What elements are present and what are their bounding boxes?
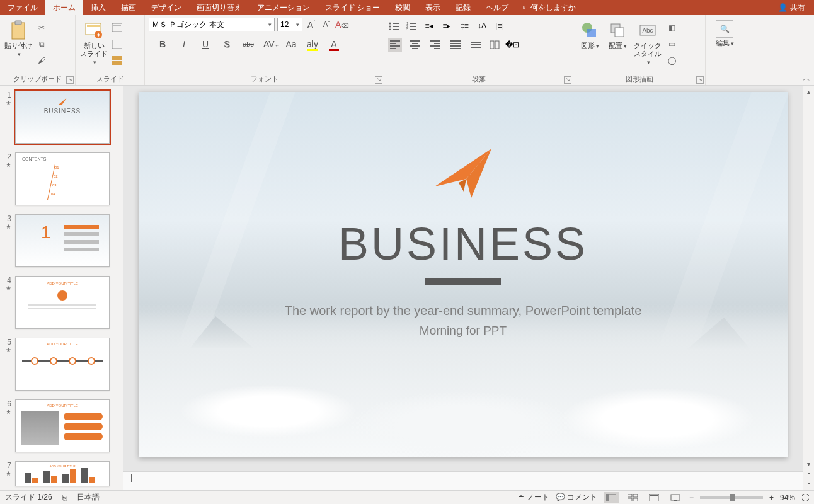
slide-title[interactable]: BUSINESS xyxy=(139,218,788,270)
copy-button[interactable]: ⧉ xyxy=(35,38,48,50)
thumbnail-2[interactable]: 2★ CONTENTS 01 02 03 04 xyxy=(3,152,118,205)
tab-slideshow[interactable]: スライド ショー xyxy=(318,0,387,15)
drawing-dialog-launcher[interactable]: ↘ xyxy=(696,76,704,84)
thumbnail-3[interactable]: 3★ 1 xyxy=(3,214,118,267)
editing-button[interactable]: 🔍 編集 xyxy=(712,18,737,47)
thumb-number: 3 xyxy=(3,214,11,223)
layout-button[interactable] xyxy=(111,21,123,34)
decrease-indent-button[interactable]: ≡◂ xyxy=(423,20,435,32)
zoom-out-button[interactable]: − xyxy=(689,493,694,502)
numbering-button[interactable]: 123 xyxy=(406,20,417,32)
tab-file[interactable]: ファイル xyxy=(0,0,45,15)
underline-button[interactable]: U xyxy=(199,39,212,49)
reset-button[interactable] xyxy=(111,38,123,50)
font-color-button[interactable]: A xyxy=(328,39,340,49)
accessibility-icon[interactable]: ⎘ xyxy=(62,493,67,502)
scroll-down-button[interactable]: ▾ xyxy=(806,459,811,469)
distribute-button[interactable] xyxy=(469,38,483,52)
quick-styles-button[interactable]: Abc クイック スタイル xyxy=(633,18,663,67)
shape-effects-button[interactable]: ◯ xyxy=(665,54,678,67)
tab-view[interactable]: 表示 xyxy=(418,0,448,15)
shape-outline-button[interactable]: ▭ xyxy=(665,38,678,50)
justify-button[interactable] xyxy=(449,38,462,52)
font-dialog-launcher[interactable]: ↘ xyxy=(375,76,382,84)
decrease-font-button[interactable]: Aˇ xyxy=(320,20,333,29)
normal-view-button[interactable] xyxy=(604,492,619,503)
paste-button[interactable]: 貼り付け xyxy=(4,18,33,58)
tab-home[interactable]: ホーム xyxy=(45,0,83,15)
zoom-level[interactable]: 94% xyxy=(780,493,795,502)
sorter-view-button[interactable] xyxy=(625,492,640,503)
svg-rect-38 xyxy=(633,494,638,497)
notes-toggle[interactable]: ≐ ノート xyxy=(518,492,549,503)
share-button[interactable]: 👤 共有 xyxy=(769,3,814,13)
thumbnail-5[interactable]: 5★ ADD YOUR TITLE xyxy=(3,338,118,391)
align-text-button[interactable]: [≡] xyxy=(494,20,505,32)
text-direction-button[interactable]: ↕A xyxy=(476,20,488,32)
thumbnail-1[interactable]: 1★ BUSINESS xyxy=(3,91,118,144)
notes-pane[interactable] xyxy=(123,471,803,490)
slide-subtitle-2[interactable]: Morning for PPT xyxy=(139,324,788,338)
zoom-in-button[interactable]: + xyxy=(769,493,774,502)
align-right-button[interactable] xyxy=(428,38,442,52)
zoom-slider[interactable] xyxy=(700,496,763,499)
tab-animations[interactable]: アニメーション xyxy=(249,0,318,15)
align-left-button[interactable] xyxy=(388,38,402,52)
clear-formatting-button[interactable]: A⌫ xyxy=(335,20,348,30)
section-button[interactable] xyxy=(111,54,123,67)
thumb-title: 1 xyxy=(41,222,51,243)
fit-to-window-button[interactable]: ⛶ xyxy=(801,493,809,502)
slideshow-view-button[interactable] xyxy=(668,492,683,503)
tab-record[interactable]: 記録 xyxy=(448,0,478,15)
thumbnail-4[interactable]: 4★ ADD YOUR TITLE xyxy=(3,276,118,329)
convert-smartart-button[interactable]: �⊡ xyxy=(507,39,518,50)
vertical-scrollbar[interactable]: ▴ ▾ ⦁ ⦁ xyxy=(803,86,814,490)
collapse-ribbon-button[interactable]: ︿ xyxy=(803,73,810,84)
reading-view-button[interactable] xyxy=(646,492,662,503)
scroll-up-button[interactable]: ▴ xyxy=(806,87,811,96)
line-spacing-button[interactable]: ‡≡ xyxy=(459,20,470,32)
tell-me-search[interactable]: ♀ 何をしますか xyxy=(521,3,576,13)
increase-font-button[interactable]: Aˆ xyxy=(305,20,318,30)
slide-thumbnail-panel[interactable]: 1★ BUSINESS 2★ CONTENTS 01 02 03 04 3★ 1 xyxy=(0,86,123,490)
font-size-combo[interactable]: 12▾ xyxy=(277,18,302,32)
prev-slide-button[interactable]: ⦁ xyxy=(806,469,811,479)
bullets-button[interactable] xyxy=(388,20,399,32)
arrange-button[interactable]: 配置 xyxy=(605,18,630,50)
shadow-button[interactable]: S xyxy=(221,39,233,49)
columns-button[interactable] xyxy=(489,39,500,50)
shapes-button[interactable]: 図形 xyxy=(577,18,602,50)
thumbnail-7[interactable]: 7★ ADD YOUR TITLE xyxy=(3,461,118,486)
format-painter-button[interactable]: 🖌 xyxy=(35,54,48,67)
highlight-color-button[interactable]: aly xyxy=(306,39,319,49)
strikethrough-button[interactable]: abc xyxy=(242,40,255,48)
paragraph-dialog-launcher[interactable]: ↘ xyxy=(564,76,571,84)
comments-toggle[interactable]: 💬 コメント xyxy=(556,492,597,503)
slide-counter[interactable]: スライド 1/26 xyxy=(5,492,52,503)
bold-button[interactable]: B xyxy=(156,39,169,49)
tab-draw[interactable]: 描画 xyxy=(113,0,144,15)
share-icon: 👤 xyxy=(778,3,788,12)
svg-point-11 xyxy=(389,23,391,25)
slide-subtitle-1[interactable]: The work report by the year-end summary,… xyxy=(139,304,788,318)
thumbnail-6[interactable]: 6★ ADD YOUR TITLE xyxy=(3,399,118,452)
slide-canvas[interactable]: BUSINESS The work report by the year-end… xyxy=(139,92,788,457)
increase-indent-button[interactable]: ≡▸ xyxy=(441,20,452,32)
change-case-button[interactable]: Aa xyxy=(285,39,297,49)
cut-button[interactable]: ✂ xyxy=(35,21,48,34)
tab-help[interactable]: ヘルプ xyxy=(478,0,516,15)
clipboard-dialog-launcher[interactable]: ↘ xyxy=(66,76,74,84)
language-indicator[interactable]: 日本語 xyxy=(77,492,100,503)
tab-design[interactable]: デザイン xyxy=(144,0,189,15)
italic-button[interactable]: I xyxy=(178,39,190,49)
tab-review[interactable]: 校閲 xyxy=(387,0,418,15)
tab-transitions[interactable]: 画面切り替え xyxy=(189,0,249,15)
animation-indicator-icon: ★ xyxy=(6,346,11,353)
new-slide-button[interactable]: ✦ 新しい スライド xyxy=(79,18,108,67)
shape-fill-button[interactable]: ◧ xyxy=(665,21,678,34)
next-slide-button[interactable]: ⦁ xyxy=(806,479,811,489)
char-spacing-button[interactable]: AV↔ xyxy=(263,39,276,49)
align-center-button[interactable] xyxy=(408,38,422,52)
tab-insert[interactable]: 挿入 xyxy=(83,0,113,15)
font-name-combo[interactable]: ＭＳ Ｐゴシック 本文▾ xyxy=(149,18,275,32)
